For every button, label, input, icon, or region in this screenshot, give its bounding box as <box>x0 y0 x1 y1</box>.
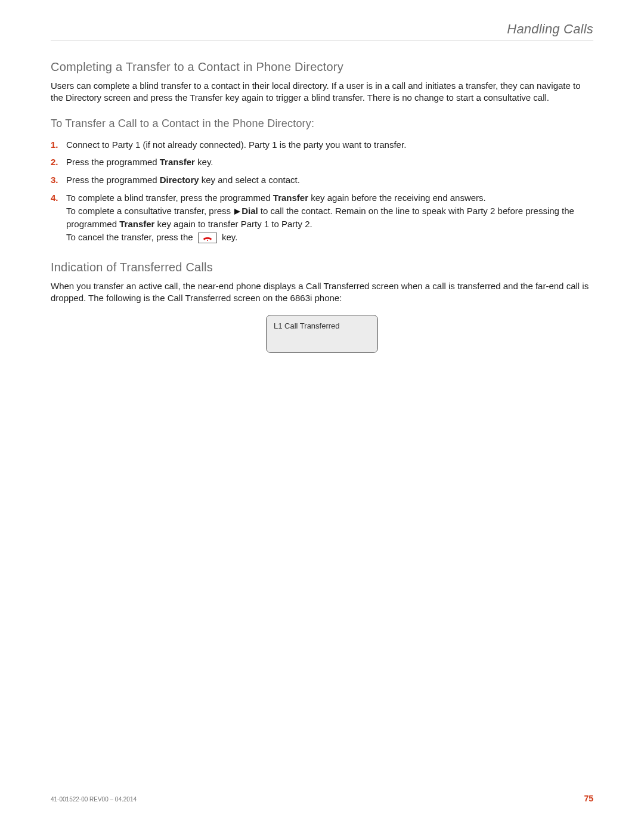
key-name-transfer: Transfer <box>160 157 195 167</box>
text-fragment: key and select a contact. <box>199 175 300 185</box>
text-fragment: programmed <box>107 157 160 167</box>
key-name-transfer: Transfer <box>119 219 154 229</box>
text-fragment: To cancel the transfer, press the <box>66 232 196 242</box>
step-3: 3. Press the programmed Directory key an… <box>51 171 593 189</box>
key-name-directory: Directory <box>160 175 199 185</box>
section-intro-transfer: Users can complete a blind transfer to a… <box>51 80 593 104</box>
svg-point-1 <box>207 240 208 241</box>
document-page: Handling Calls Completing a Transfer to … <box>0 0 644 833</box>
key-name-transfer: Transfer <box>273 193 308 203</box>
step-number: 4. <box>51 191 58 205</box>
section-heading-transfer: Completing a Transfer to a Contact in Ph… <box>51 60 593 74</box>
phone-screen-figure: L1 Call Transferred <box>266 315 378 353</box>
page-number: 75 <box>584 794 593 803</box>
step-1: 1. Connect to Party 1 (if not already co… <box>51 136 593 154</box>
text-fragment: Press the <box>66 157 107 167</box>
section-heading-indication: Indication of Transferred Calls <box>51 261 593 274</box>
play-icon <box>234 205 240 218</box>
text-fragment: key. <box>219 232 238 242</box>
procedure-heading: To Transfer a Call to a Contact in the P… <box>51 117 593 130</box>
step-text: Press the programmed Directory key and s… <box>66 175 300 185</box>
doc-id: 41-001522-00 REV00 – 04.2014 <box>51 796 137 803</box>
step-2: 2. Press the programmed Transfer key. <box>51 153 593 171</box>
svg-marker-0 <box>234 209 240 215</box>
page-footer: 41-001522-00 REV00 – 04.2014 75 <box>51 794 593 803</box>
phone-screen-text: L1 Call Transferred <box>274 321 340 330</box>
running-header: Handling Calls <box>51 21 593 41</box>
text-fragment: To complete a consultative transfer, pre… <box>66 206 233 216</box>
step-4: 4. To complete a blind transfer, press t… <box>51 189 593 246</box>
text-fragment: key again before the receiving end answe… <box>308 193 486 203</box>
key-name-dial: Dial <box>242 206 258 216</box>
step-number: 3. <box>51 174 58 187</box>
step-number: 1. <box>51 138 58 151</box>
step-text: Press the programmed Transfer key. <box>66 157 213 167</box>
text-fragment: Press the programmed <box>66 175 160 185</box>
hangup-icon <box>198 233 217 243</box>
text-fragment: key again to transfer Party 1 to Party 2… <box>154 219 312 229</box>
section-intro-indication: When you transfer an active call, the ne… <box>51 280 593 305</box>
text-fragment: To complete a blind transfer, press the … <box>66 193 273 203</box>
procedure-steps: 1. Connect to Party 1 (if not already co… <box>51 136 593 246</box>
step-text: Connect to Party 1 (if not already conne… <box>66 140 406 150</box>
step-number: 2. <box>51 156 58 169</box>
step-text: To complete a blind transfer, press the … <box>66 193 574 242</box>
text-fragment: key. <box>195 157 213 167</box>
